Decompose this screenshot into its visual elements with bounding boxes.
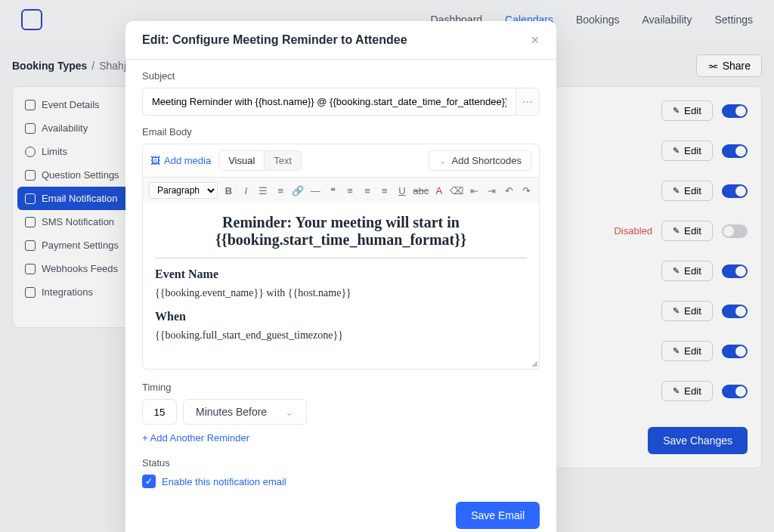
hr-icon[interactable]: — xyxy=(309,185,322,196)
email-body-label: Email Body xyxy=(142,126,540,138)
event-name-label: Event Name xyxy=(155,268,527,281)
add-media-button[interactable]: 🖼 Add media xyxy=(150,155,211,166)
quote-icon[interactable]: ❝ xyxy=(327,185,339,196)
chevron-down-icon: ⌄ xyxy=(285,406,294,418)
editor-tabs: Visual Text xyxy=(218,150,302,171)
link-icon[interactable]: 🔗 xyxy=(292,185,305,196)
when-label: When xyxy=(155,310,527,323)
align-right-icon[interactable]: ≡ xyxy=(378,185,391,196)
undo-icon[interactable]: ↶ xyxy=(503,185,515,196)
strike-icon[interactable]: abc xyxy=(413,185,428,196)
add-another-reminder-link[interactable]: + Add Another Reminder xyxy=(142,432,540,444)
editor-toolbar: 🖼 Add media Visual Text ⌄ Add Shortcodes xyxy=(142,144,540,178)
event-name-value: {{booking.event_name}} with {{host.name}… xyxy=(155,287,527,299)
subject-label: Subject xyxy=(142,70,540,82)
editor-heading-1: Reminder: Your meeting will start in xyxy=(222,214,460,230)
timing-label: Timing xyxy=(142,382,540,393)
timing-unit-select[interactable]: Minutes Before ⌄ xyxy=(183,399,307,425)
subject-more-button[interactable]: ⋯ xyxy=(515,88,540,116)
timing-value-input[interactable] xyxy=(142,399,177,425)
enable-label: Enable this notification email xyxy=(162,476,286,487)
textcolor-icon[interactable]: A xyxy=(432,185,445,196)
close-icon[interactable]: ✕ xyxy=(531,34,540,46)
format-bar: Paragraph B I ☰ ≡ 🔗 — ❝ ≡ ≡ ≡ U abc A ⌫ … xyxy=(142,178,540,203)
ul-icon[interactable]: ☰ xyxy=(257,185,270,196)
paragraph-select[interactable]: Paragraph xyxy=(149,182,218,199)
italic-icon[interactable]: I xyxy=(240,185,252,196)
align-left-icon[interactable]: ≡ xyxy=(344,185,357,196)
bold-icon[interactable]: B xyxy=(222,185,235,196)
save-email-button[interactable]: Save Email xyxy=(456,502,540,529)
outdent-icon[interactable]: ⇤ xyxy=(468,185,481,196)
underline-icon[interactable]: U xyxy=(395,185,408,196)
media-icon: 🖼 xyxy=(150,155,160,166)
redo-icon[interactable]: ↷ xyxy=(520,185,533,196)
resize-handle-icon[interactable]: ◢ xyxy=(531,359,537,367)
tab-text[interactable]: Text xyxy=(265,151,301,170)
edit-modal: Edit: Configure Meeting Reminder to Atte… xyxy=(125,21,556,532)
subject-input[interactable] xyxy=(142,88,515,116)
clear-icon[interactable]: ⌫ xyxy=(450,185,463,196)
indent-icon[interactable]: ⇥ xyxy=(485,185,498,196)
chevron-down-icon: ⌄ xyxy=(438,155,447,166)
enable-checkbox[interactable]: ✓ xyxy=(142,475,156,488)
modal-title: Edit: Configure Meeting Reminder to Atte… xyxy=(142,33,407,47)
status-label: Status xyxy=(142,457,540,469)
ol-icon[interactable]: ≡ xyxy=(274,185,287,196)
editor-body[interactable]: Reminder: Your meeting will start in {{b… xyxy=(142,203,540,370)
when-value: {{booking.full_start_end_guest_timezone}… xyxy=(155,329,527,342)
tab-visual[interactable]: Visual xyxy=(219,151,265,170)
align-center-icon[interactable]: ≡ xyxy=(361,185,374,196)
editor-heading-2: {{booking.start_time_human_format}} xyxy=(215,231,466,248)
add-shortcodes-button[interactable]: ⌄ Add Shortcodes xyxy=(429,150,531,171)
